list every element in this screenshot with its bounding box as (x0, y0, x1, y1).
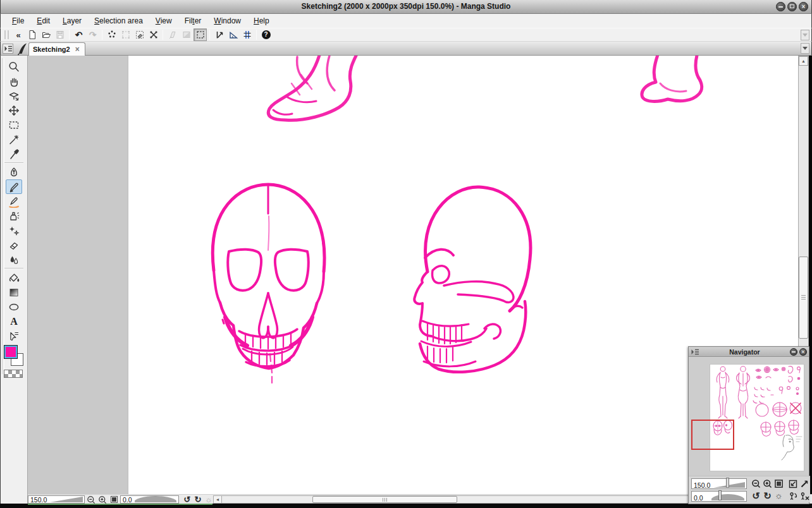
rotation-slider[interactable] (135, 496, 176, 502)
tool-rotate-canvas[interactable] (6, 88, 22, 103)
navigator-zoom-handle[interactable] (726, 478, 729, 488)
palette-toggle-button[interactable] (3, 44, 13, 54)
undo-button[interactable]: ↶ (72, 28, 85, 41)
tool-hand[interactable] (6, 74, 22, 88)
toolbar-overflow-button[interactable] (801, 30, 809, 40)
navigator-zoom-in-button[interactable] (762, 478, 773, 489)
tabbar-overflow-button[interactable] (801, 43, 809, 54)
angle-ruler-button[interactable] (226, 28, 240, 41)
navigator-rotation-handle[interactable] (718, 490, 722, 500)
erase-selection-button[interactable] (133, 28, 146, 41)
vertical-scrollbar-thumb[interactable] (799, 257, 808, 339)
panel-menu-icon (4, 45, 13, 52)
fit-to-window-button[interactable] (109, 495, 119, 504)
navigator-view-rectangle[interactable] (691, 420, 734, 450)
menu-selection-area[interactable]: Selection area (88, 15, 149, 28)
menu-file[interactable]: File (6, 15, 30, 28)
navigator-rotate-cw-button[interactable]: ↻ (762, 490, 773, 501)
navigator-page-thumbnail[interactable] (710, 364, 804, 471)
tab-sketching2[interactable]: Sketching2 × (28, 42, 85, 56)
tool-ellipse[interactable] (6, 299, 22, 314)
navigator-title-bar[interactable]: Navigator × (689, 347, 809, 357)
navigator-reset-rotation-button[interactable]: ☼ (773, 490, 784, 501)
menu-layer[interactable]: Layer (56, 15, 88, 28)
fit-icon (775, 480, 783, 488)
minimize-icon (792, 351, 796, 353)
tool-eyedropper[interactable] (6, 147, 22, 161)
toolbar-grip[interactable] (4, 30, 9, 39)
zoom-slider[interactable] (50, 497, 83, 502)
tool-text[interactable]: A (6, 314, 22, 329)
tool-gradient[interactable] (6, 285, 22, 299)
line-ruler-button[interactable] (212, 28, 226, 41)
navigator-flip-horizontal-button[interactable] (787, 490, 798, 501)
tool-fill[interactable] (6, 270, 22, 285)
collapse-toolbar-button[interactable]: « (11, 28, 25, 41)
gradient-fill-button[interactable] (180, 28, 193, 41)
palette-grip[interactable] (2, 58, 4, 374)
menu-filter[interactable]: Filter (178, 15, 208, 28)
tool-pen[interactable] (6, 165, 22, 179)
navigator-rotate-ccw-button[interactable]: ↺ (751, 490, 761, 501)
redo-button[interactable]: ↷ (86, 28, 99, 41)
foreground-color-swatch[interactable] (4, 346, 17, 358)
help-button[interactable]: ? (259, 28, 273, 41)
zoom-slider-field[interactable]: 150.0 (28, 495, 85, 504)
tool-eraser[interactable] (6, 238, 22, 252)
shear-button[interactable] (166, 28, 179, 41)
navigator-rotation-slider[interactable] (711, 494, 744, 500)
tool-marker[interactable] (6, 194, 22, 209)
new-document-icon (27, 30, 37, 40)
menu-help[interactable]: Help (247, 15, 276, 28)
selection-border-button[interactable] (194, 28, 207, 41)
tool-pencil[interactable] (6, 179, 22, 194)
navigator-zoom-out-button[interactable] (751, 478, 761, 489)
mesh-transform-button[interactable] (147, 28, 160, 41)
navigator-actual-pixels-button[interactable] (787, 478, 798, 489)
navigator-thumbnail-area[interactable] (689, 358, 809, 478)
tool-path-select[interactable] (6, 329, 22, 343)
tool-magic-wand[interactable] (6, 132, 22, 147)
navigator-rotation-field[interactable]: 0.0 (691, 491, 747, 502)
window-minimize-button[interactable] (776, 2, 785, 11)
zoom-in-button[interactable] (97, 495, 108, 504)
transparent-color-swatch[interactable] (4, 370, 23, 378)
tab-close-icon[interactable]: × (75, 46, 80, 52)
rotate-ccw-button[interactable]: ↺ (182, 495, 192, 504)
horizontal-scrollbar-thumb[interactable] (312, 496, 457, 503)
tool-zoom[interactable] (6, 59, 22, 74)
canvas-view[interactable] (28, 56, 798, 494)
navigator-fit-button[interactable] (773, 478, 784, 489)
tool-decoration[interactable] (6, 223, 22, 238)
navigator-close-button[interactable]: × (799, 348, 807, 356)
navigator-fit-screen-button[interactable] (799, 478, 809, 489)
menu-view[interactable]: View (149, 15, 178, 28)
navigator-minimize-button[interactable] (790, 348, 797, 356)
navigator-reset-display-button[interactable] (799, 490, 809, 501)
tool-ink[interactable] (6, 209, 22, 223)
window-close-button[interactable]: × (799, 2, 808, 11)
zoom-out-button[interactable] (86, 495, 96, 504)
save-file-button[interactable] (53, 28, 66, 41)
reset-view-button[interactable]: ☼ (204, 495, 214, 504)
window-title: Sketching2 (2000 x 2000px 350dpi 150.0%)… (1, 0, 811, 13)
tool-move[interactable] (6, 103, 22, 118)
scroll-left-button[interactable]: ◂ (214, 496, 222, 503)
scatter-points-button[interactable] (105, 28, 118, 41)
navigator-zoom-field[interactable]: 150.0 (691, 478, 747, 489)
flip-figure-icon (788, 491, 798, 501)
parallel-ruler-button[interactable] (240, 28, 254, 41)
rotation-slider-field[interactable]: 0.0 (120, 495, 179, 504)
rotate-cw-button[interactable]: ↻ (193, 495, 203, 504)
menu-edit[interactable]: Edit (30, 15, 56, 28)
menu-window[interactable]: Window (207, 15, 247, 28)
panel-menu-icon[interactable] (691, 348, 699, 356)
scroll-up-button[interactable]: ▲ (799, 56, 808, 66)
new-document-button[interactable] (25, 28, 39, 41)
tool-select-rectangle[interactable] (6, 118, 22, 132)
open-file-button[interactable] (39, 28, 52, 41)
window-maximize-button[interactable] (787, 2, 797, 11)
tool-tone[interactable] (6, 252, 22, 267)
navigator-zoom-slider[interactable] (713, 482, 745, 488)
transform-frame-button[interactable] (119, 28, 132, 41)
